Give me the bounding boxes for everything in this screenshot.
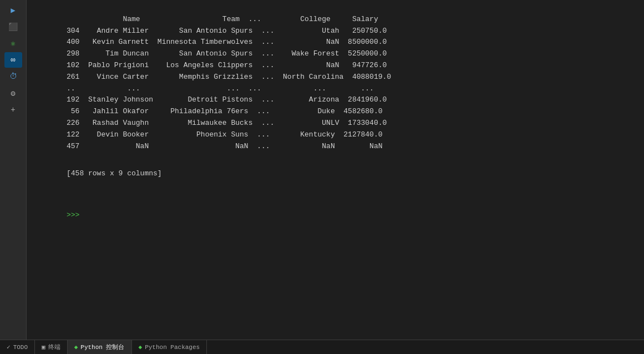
table-row: 192 Stanley Johnson Detroit Pistons ... …	[67, 95, 387, 104]
console-prompt: >>>	[67, 210, 640, 221]
table-row: 457 NaN NaN ... NaN NaN	[67, 142, 383, 150]
table-row: 56 Jahlil Okafor Philadelphia 76ers ... …	[67, 107, 383, 115]
sidebar: ▶ ⬛ ⚛ ∞ ⏱ ⚙ +	[0, 0, 27, 340]
tab-python-packages-label: Python Packages	[145, 344, 200, 351]
python-console-icon: ◆	[74, 343, 78, 351]
table-row: 122 Devin Booker Phoenix Suns ... Kentuc…	[67, 130, 383, 139]
clock-icon[interactable]: ⏱	[4, 69, 22, 84]
tab-python-console[interactable]: ◆ Python 控制台	[68, 340, 132, 354]
tab-todo[interactable]: ✓ TODO	[0, 340, 35, 354]
tab-todo-label: TODO	[13, 344, 28, 351]
python-packages-icon: ◆	[139, 343, 143, 351]
console-area[interactable]: Name Team ... College Salary 304 Andre M…	[27, 0, 644, 340]
tab-python-console-label: Python 控制台	[80, 343, 124, 351]
table-row: 400 Kevin Garnett Minnesota Timberwolves…	[67, 38, 387, 46]
main-area: ▶ ⬛ ⚛ ∞ ⏱ ⚙ + Name Team ... College Sala…	[0, 0, 644, 340]
tab-python-packages[interactable]: ◆ Python Packages	[132, 340, 207, 354]
tab-terminal-label: 终端	[48, 343, 60, 351]
table-row: 102 Pablo Prigioni Los Angeles Clippers …	[67, 61, 387, 69]
infinity-icon[interactable]: ∞	[4, 52, 22, 68]
terminal-icon: ▣	[42, 343, 45, 351]
table-row: 226 Rashad Vaughn Milwaukee Bucks ... UN…	[67, 119, 387, 127]
table-header: Name Team ... College Salary	[101, 15, 378, 23]
package-icon[interactable]: ⚛	[4, 36, 22, 51]
data-table: Name Team ... College Salary 304 Andre M…	[67, 2, 640, 244]
tab-terminal[interactable]: ▣ 终端	[35, 340, 68, 354]
console-content: Name Team ... College Salary 304 Andre M…	[27, 2, 644, 244]
play-icon[interactable]: ▶	[4, 2, 22, 18]
table-row: 298 Tim Duncan San Antonio Spurs ... Wak…	[67, 49, 387, 58]
table-row: 261 Vince Carter Memphis Grizzlies ... N…	[67, 73, 391, 81]
table-summary: [458 rows x 9 columns]	[67, 168, 640, 180]
status-bar: ✓ TODO ▣ 终端 ◆ Python 控制台 ◆ Python Packag…	[0, 340, 644, 354]
print-icon[interactable]: ⬛	[4, 19, 22, 34]
add-icon[interactable]: +	[4, 102, 22, 118]
ellipsis-row: .. ... ... ... ... ...	[67, 84, 374, 93]
table-row: 304 Andre Miller San Antonio Spurs ... U…	[67, 27, 387, 35]
settings-icon[interactable]: ⚙	[4, 85, 22, 101]
todo-icon: ✓	[7, 343, 11, 351]
